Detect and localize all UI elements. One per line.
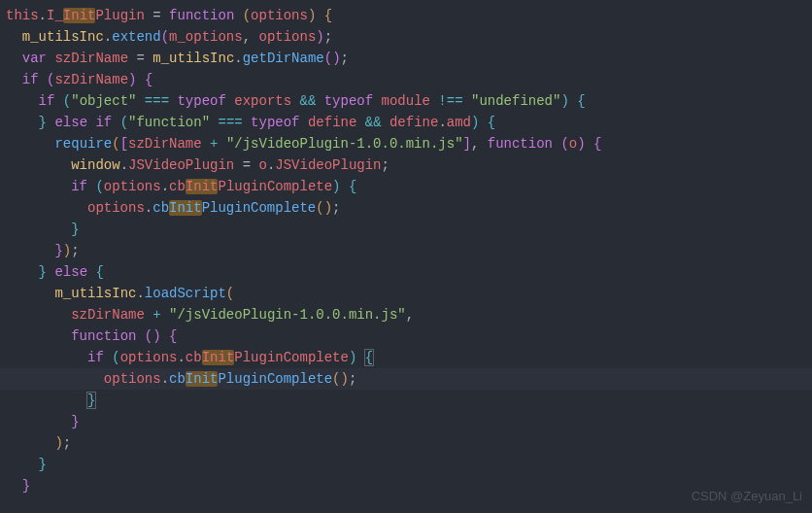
code-line: if (options.cbInitPluginComplete) {: [0, 347, 812, 368]
code-line: var szDirName = m_utilsInc.getDirName();: [0, 48, 812, 69]
code-line: );: [0, 432, 812, 454]
code-line: m_utilsInc.extend(m_options, options);: [0, 26, 812, 48]
code-line: if ("object" === typeof exports && typeo…: [0, 90, 812, 112]
watermark-text: CSDN @Zeyuan_Li: [692, 486, 802, 507]
code-line: window.JSVideoPlugin = o.JSVideoPlugin;: [0, 154, 812, 176]
code-line: } else if ("function" === typeof define …: [0, 112, 812, 133]
code-line: szDirName + "/jsVideoPlugin-1.0.0.min.js…: [0, 304, 812, 325]
code-line: }: [0, 475, 812, 496]
code-line: options.cbInitPluginComplete();: [0, 197, 812, 219]
code-line: m_utilsInc.loadScript(: [0, 283, 812, 304]
code-line-active: options.cbInitPluginComplete();: [0, 368, 812, 390]
code-line: if (options.cbInitPluginComplete) {: [0, 176, 812, 197]
code-line: this.I_InitPlugin = function (options) {: [0, 5, 812, 26]
code-line: }: [0, 390, 812, 411]
code-line: require([szDirName + "/jsVideoPlugin-1.0…: [0, 133, 812, 154]
code-line: });: [0, 240, 812, 261]
code-line: }: [0, 219, 812, 240]
code-line: } else {: [0, 261, 812, 283]
code-editor[interactable]: this.I_InitPlugin = function (options) {…: [0, 5, 812, 496]
code-line: }: [0, 454, 812, 475]
code-line: }: [0, 411, 812, 432]
code-line: function () {: [0, 325, 812, 347]
code-line: if (szDirName) {: [0, 69, 812, 90]
